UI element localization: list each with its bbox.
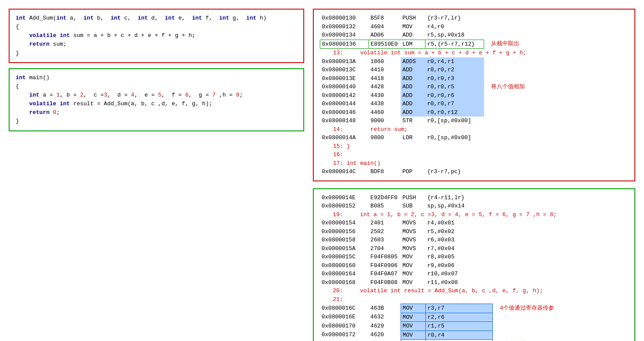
table-row: 0x0800014E E92D4FF0 PUSH {r4-r11,lr} — [320, 194, 558, 202]
addr-cell: 0x08000152 — [320, 202, 368, 211]
table-row: 0x08000134 AD06 ADD r5,sp,#0x18 — [320, 31, 528, 40]
comment-full-row: 14: return sum; — [320, 125, 528, 134]
hex-cell: 4418 — [368, 74, 400, 83]
table-row-highlighted: 0x08000136 E89510E0 LDM r5,{r5-r7,r12} 从… — [320, 40, 528, 49]
addr-cell: 0x0800016C — [320, 304, 368, 313]
op-cell: r0,[sp,#0x00] — [425, 117, 484, 125]
hex-cell: F04F0A07 — [368, 270, 401, 278]
hex-cell: F04F0B08 — [368, 278, 401, 287]
mnem-cell-blue: ADD — [401, 91, 425, 100]
comment-cell — [493, 253, 558, 261]
mnem-cell-blue: ADD — [401, 100, 425, 108]
op-cell-blue: r0,r4 — [425, 331, 492, 340]
mnem-cell: MOVS — [401, 236, 425, 244]
comment-cell — [484, 57, 528, 66]
addr-cell: 0x0800015A — [320, 244, 368, 253]
hex-cell: 1860 — [368, 57, 400, 66]
comment-cell — [493, 261, 558, 270]
hex-cell: 4410 — [368, 66, 400, 74]
mnem-cell: MOV — [401, 253, 425, 261]
addr-cell: 0x0800013A — [320, 57, 369, 66]
table-row: 0x08000158 2603 MOVS r6,#0x03 — [320, 236, 558, 244]
code-line-9: volatile int result = Add_Sum(a, b, c ,d… — [16, 100, 297, 108]
mnem-cell: PUSH — [401, 194, 425, 202]
mnem-cell-blue: MOV — [401, 304, 425, 313]
table-row-red: 0x08000174 E88D0F00 STM sp,{r8-r11} 4个值压… — [320, 340, 558, 341]
mnem-cell-blue: ADDS — [401, 57, 425, 66]
table-row-blue: 0x08000140 4428 ADD r0,r0,r5 将八个值相加 — [320, 83, 528, 91]
table-row: 0x08000168 F04F0B08 MOV r11,#0x08 — [320, 278, 558, 287]
comment-cell — [484, 91, 528, 100]
table-row-blue: 0x0800013C 4410 ADD r0,r0,r2 — [320, 66, 528, 74]
op-cell: sp,sp,#0x14 — [425, 202, 492, 211]
top-asm-box: 0x08000130 B5F8 PUSH {r3-r7,lr} 0x080001… — [313, 9, 635, 181]
op-cell: r5,sp,#0x18 — [425, 31, 484, 40]
comment-cell — [484, 134, 528, 142]
addr-cell: 0x08000168 — [320, 278, 368, 287]
comment-full-row: 13: volatile int sum = a + b + c + d + e… — [320, 49, 528, 57]
comment-cell — [484, 100, 528, 108]
table-row: 0x0800014C BDF8 POP {r3-r7,pc} — [320, 167, 528, 176]
mnem-cell: MOVS — [401, 244, 425, 253]
hex-cell: 4620 — [368, 331, 401, 340]
addr-cell: 0x0800014E — [320, 194, 368, 202]
op-cell-blue: r2,r6 — [425, 313, 492, 322]
addr-cell: 0x08000144 — [320, 100, 369, 108]
hex-cell: E92D4FF0 — [368, 194, 401, 202]
top-code-box: int Add_Sum(int a, int b, int c, int d, … — [9, 9, 304, 63]
bottom-asm-box: 0x0800014E E92D4FF0 PUSH {r4-r11,lr} 0x0… — [313, 188, 635, 341]
mnem-cell-blue: MOV — [401, 322, 425, 331]
code-line-7: { — [16, 82, 297, 91]
comment-cell — [484, 117, 528, 125]
hex-cell: BDF8 — [368, 167, 400, 176]
table-row-blue: 0x0800016E 4632 MOV r2,r6 — [320, 313, 558, 322]
addr-cell: 0x08000148 — [320, 117, 369, 125]
comment-annotation-red: 4个值压栈 — [493, 340, 558, 341]
addr-cell: 0x08000146 — [320, 108, 369, 117]
comment-cell — [484, 14, 528, 23]
op-cell-blue: r0,r0,r7 — [425, 100, 484, 108]
op-cell-blue: r0,r4,r1 — [425, 57, 484, 66]
mnem-cell: MOV — [401, 261, 425, 270]
table-row-blue: 0x08000170 4629 MOV r1,r5 — [320, 322, 558, 331]
comment-annotation: 将八个值相加 — [484, 83, 528, 91]
hex-cell: AD06 — [368, 31, 400, 40]
addr-cell: 0x08000130 — [320, 14, 369, 23]
comment-cell — [493, 322, 558, 331]
addr-cell: 0x08000174 — [320, 340, 368, 341]
hex-cell: 9800 — [368, 134, 400, 142]
op-cell-blue: r0,r0,r5 — [425, 83, 484, 91]
op-cell: r9,#0x06 — [425, 261, 492, 270]
left-panel: int Add_Sum(int a, int b, int c, int d, … — [9, 9, 304, 341]
addr-cell-highlighted: 0x08000136 — [320, 40, 369, 49]
addr-cell: 0x08000170 — [320, 322, 368, 331]
table-row: 0x08000148 9000 STR r0,[sp,#0x00] — [320, 117, 528, 125]
op-cell-highlighted: r5,{r5-r7,r12} — [425, 40, 484, 49]
comment-cell — [493, 331, 558, 340]
op-cell: {r3-r7,lr} — [425, 14, 484, 23]
table-row: 0x08000130 B5F8 PUSH {r3-r7,lr} — [320, 14, 528, 23]
mnem-cell-blue: ADD — [401, 74, 425, 83]
mnem-cell: MOV — [401, 278, 425, 287]
table-row-blue: 0x08000172 4620 MOV r0,r4 — [320, 331, 558, 340]
addr-cell: 0x0800013E — [320, 74, 369, 83]
addr-cell: 0x0800015C — [320, 253, 368, 261]
table-row: 0x08000132 4604 MOV r4,r0 — [320, 23, 528, 31]
addr-cell: 0x0800014A — [320, 134, 369, 142]
op-cell: r5,#0x02 — [425, 227, 492, 236]
code-line-8: int a = 1, b = 2, c =3, d = 4, e = 5, f … — [16, 91, 297, 100]
op-cell: r6,#0x03 — [425, 236, 492, 244]
mnem-cell-highlighted: LDM — [401, 40, 425, 49]
comment-cell — [484, 74, 528, 83]
comment-cell — [493, 270, 558, 278]
code-line-1: int Add_Sum(int a, int b, int c, int d, … — [16, 14, 297, 23]
comment-cell — [493, 219, 558, 227]
hex-cell: F04F0906 — [368, 261, 401, 270]
hex-cell: 4460 — [368, 108, 400, 117]
mnem-cell-blue: ADD — [401, 66, 425, 74]
table-row-comment: 15: } — [320, 142, 528, 151]
comment-cell — [484, 31, 528, 40]
hex-cell: 4604 — [368, 23, 400, 31]
op-cell-red: sp,{r8-r11} — [425, 340, 492, 341]
hex-cell: 9000 — [368, 117, 400, 125]
